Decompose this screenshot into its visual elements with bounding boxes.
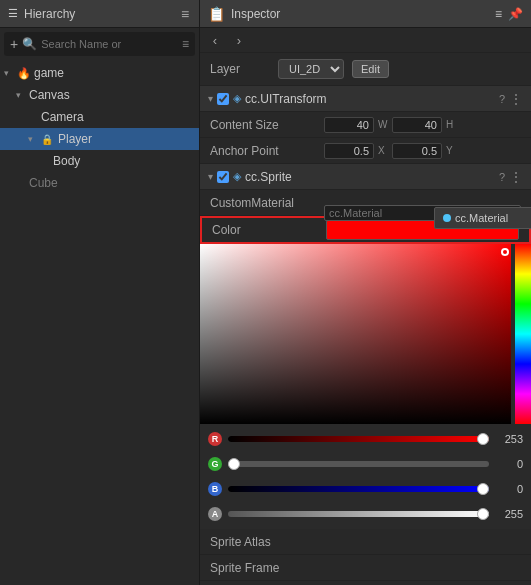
grayscale-row: Grayscale [200,581,531,585]
alpha-slider-track[interactable] [228,511,489,517]
chevron-game: ▾ [4,68,14,78]
alpha-channel-label: A [208,507,222,521]
green-slider-row: G 0 [208,453,523,475]
sprite-atlas-label: Sprite Atlas [210,535,320,549]
search-input[interactable] [41,38,178,50]
content-size-row: Content Size W H [200,112,531,138]
tree-label-body: Body [53,154,80,168]
ui-transform-icon: ◈ [233,92,241,105]
alpha-value: 255 [495,508,523,520]
red-slider-thumb[interactable] [477,433,489,445]
content-size-value: W H [324,117,521,133]
green-slider-thumb[interactable] [228,458,240,470]
hierarchy-title: Hierarchy [24,7,173,21]
rgb-sliders: R 253 G 0 [200,424,531,529]
add-icon[interactable]: + [10,36,18,52]
tree-label-game: game [34,66,64,80]
inspector-menu-icon[interactable]: ≡ [495,7,502,21]
sprite-name: cc.Sprite [245,170,495,184]
sprite-help-icon[interactable]: ? [499,171,505,183]
list-icon[interactable]: ≡ [182,37,189,51]
hierarchy-menu-icon[interactable]: ≡ [177,6,193,22]
tree-label-player: Player [58,132,92,146]
layer-row: Layer UI_2D Edit [200,53,531,86]
y-axis-label: Y [446,145,456,156]
chevron-canvas: ▾ [16,90,26,100]
color-gradient-area[interactable] [200,244,531,424]
anchor-point-row: Anchor Point X Y [200,138,531,164]
ui-transform-help-icon[interactable]: ? [499,93,505,105]
inspector-header: 📋 Inspector ≡ 📌 [200,0,531,28]
search-bar[interactable]: + 🔍 ≡ [4,32,195,56]
tree-label-camera: Camera [41,110,84,124]
anchor-point-x-input[interactable] [324,143,374,159]
sprite-checkbox[interactable] [217,171,229,183]
sprite-atlas-row: Sprite Atlas [200,529,531,555]
hierarchy-icon: ☰ [6,7,20,21]
inspector-title: Inspector [231,7,489,21]
red-channel-label: R [208,432,222,446]
custom-material-row: CustomMaterial cc.Material 🔍 [200,190,531,216]
tree-item-game[interactable]: ▾ 🔥 game [0,62,199,84]
blue-slider-thumb[interactable] [477,483,489,495]
layer-edit-button[interactable]: Edit [352,60,389,78]
green-slider-track[interactable] [228,461,489,467]
tree-item-player[interactable]: ▾ 🔒 Player [0,128,199,150]
content-size-label: Content Size [210,118,320,132]
color-label: Color [212,223,322,237]
lock-icon: 🔒 [41,134,53,145]
sprite-icon: ◈ [233,170,241,183]
inspector-panel: 📋 Inspector ≡ 📌 ‹ › Layer UI_2D Edit ▾ ◈… [200,0,531,585]
red-value: 253 [495,433,523,445]
red-slider-track[interactable] [228,436,489,442]
material-dropdown[interactable]: cc.Material [434,207,531,229]
ui-transform-menu-icon[interactable]: ⋮ [509,91,523,107]
anchor-point-label: Anchor Point [210,144,320,158]
alpha-slider-row: A 255 [208,503,523,525]
tree-item-camera[interactable]: ▾ Camera [0,106,199,128]
tree-item-cube[interactable]: ▾ Cube [0,172,199,194]
pin-icon[interactable]: 📌 [508,7,523,21]
green-channel-label: G [208,457,222,471]
game-icon: 🔥 [17,66,31,80]
red-slider-row: R 253 [208,428,523,450]
hue-slider[interactable] [515,244,531,424]
color-cursor [501,248,509,256]
hierarchy-header: ☰ Hierarchy ≡ [0,0,199,28]
blue-slider-track[interactable] [228,486,489,492]
anchor-point-y-input[interactable] [392,143,442,159]
blue-slider-row: B 0 [208,478,523,500]
tree-item-body[interactable]: ▾ Body [0,150,199,172]
sprite-frame-label: Sprite Frame [210,561,320,575]
search-icon: 🔍 [22,37,37,51]
gradient-brightness [200,244,511,424]
material-dot-icon [443,214,451,222]
chevron-player: ▾ [28,134,38,144]
tree-area: ▾ 🔥 game ▾ Canvas ▾ Camera ▾ 🔒 Player ▾ … [0,60,199,585]
sprite-toggle[interactable]: ▾ [208,171,213,182]
ui-transform-toggle[interactable]: ▾ [208,93,213,104]
material-dropdown-label: cc.Material [455,212,508,224]
content-size-w-input[interactable] [324,117,374,133]
nav-back-button[interactable]: ‹ [206,31,224,49]
nav-forward-button[interactable]: › [230,31,248,49]
custom-material-label: CustomMaterial [210,196,320,210]
alpha-slider-thumb[interactable] [477,508,489,520]
tree-item-canvas[interactable]: ▾ Canvas [0,84,199,106]
ui-transform-name: cc.UITransform [245,92,495,106]
inspector-body: ‹ › Layer UI_2D Edit ▾ ◈ cc.UITransform … [200,28,531,585]
inspector-icon: 📋 [208,6,225,22]
sprite-menu-icon[interactable]: ⋮ [509,169,523,185]
blue-value: 0 [495,483,523,495]
ui-transform-header: ▾ ◈ cc.UITransform ? ⋮ [200,86,531,112]
blue-slider-fill [228,486,489,492]
ui-transform-checkbox[interactable] [217,93,229,105]
sprite-frame-row: Sprite Frame [200,555,531,581]
alpha-slider-fill [228,511,489,517]
layer-label: Layer [210,62,270,76]
content-size-h-input[interactable] [392,117,442,133]
layer-select[interactable]: UI_2D [278,59,344,79]
hierarchy-panel: ☰ Hierarchy ≡ + 🔍 ≡ ▾ 🔥 game ▾ Canvas ▾ … [0,0,200,585]
green-value: 0 [495,458,523,470]
color-picker[interactable]: R 253 G 0 [200,244,531,529]
